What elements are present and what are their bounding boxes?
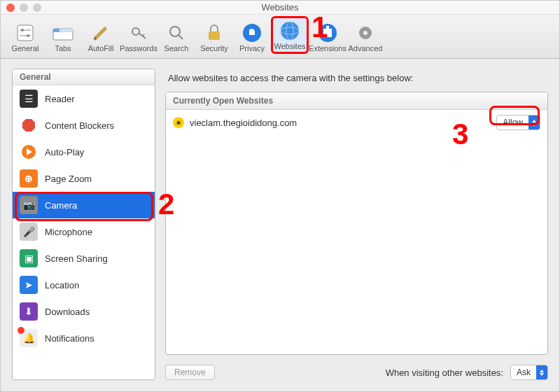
svg-rect-16 [209,31,220,40]
svg-rect-0 [18,25,33,41]
gear-icon [354,22,377,44]
bottom-bar: Remove When visiting other websites: Ask [165,365,548,380]
svg-point-11 [132,28,139,35]
puzzle-icon [316,22,339,44]
tabs-icon [52,22,74,44]
preferences-window: Websites General Tabs AutoFill [0,0,560,392]
tab-extensions[interactable]: Extensions [309,20,346,54]
favicon: ✶ [173,117,184,128]
svg-rect-7 [59,29,66,32]
tab-security-label: Security [200,44,228,52]
window-title: Websites [261,2,298,13]
sidebar-item-label: Page Zoom [45,174,92,184]
other-websites-value: Ask [511,368,536,377]
svg-rect-23 [326,26,329,29]
hand-icon [241,22,263,44]
svg-marker-26 [22,119,35,132]
sidebar-item-label: Camera [45,200,77,211]
sidebar-item-label: Microphone [45,227,92,237]
sidebar-item-screen-sharing[interactable]: ▣ Screen Sharing [13,245,155,272]
close-window-button[interactable] [6,4,15,12]
remove-button[interactable]: Remove [165,365,215,380]
tab-general[interactable]: General [6,20,44,54]
svg-line-13 [143,34,144,36]
tab-search-label: Search [164,44,189,52]
preferences-toolbar: General Tabs AutoFill Passwords [1,15,559,59]
chevron-updown-icon [536,365,547,379]
sidebar-item-label: Content Blockers [45,120,114,131]
download-icon: ⬇ [20,302,38,321]
svg-line-9 [95,29,105,38]
tab-general-label: General [11,44,38,52]
websites-list: Currently Open Websites ✶ vieclam.thegio… [165,92,548,355]
sidebar-item-auto-play[interactable]: Auto-Play [13,139,155,165]
remove-button-label: Remove [174,368,206,377]
screens-icon: ▣ [20,249,38,267]
zoom-icon: ⊕ [20,169,38,188]
badge-dot [18,327,24,334]
tab-websites[interactable]: Websites [271,16,309,54]
website-row[interactable]: ✶ vieclam.thegioididong.com Allow [166,110,547,135]
zoom-window-button[interactable] [33,4,41,12]
tab-extensions-label: Extensions [309,44,346,52]
other-websites-label: When visiting other websites: [386,368,503,378]
tab-tabs-label: Tabs [55,44,71,52]
permission-popup[interactable]: Allow [496,115,540,130]
content-area: General ☰ Reader Content Blockers Auto-P… [1,59,559,391]
traffic-lights [6,4,41,12]
sidebar-item-label: Notifications [45,333,94,344]
tab-privacy-label: Privacy [239,44,265,52]
lock-icon [203,22,225,44]
sidebar-item-notifications[interactable]: 🔔 Notifications [13,325,155,351]
tab-autofill-label: AutoFill [88,44,114,52]
sidebar-item-label: Downloads [45,307,90,317]
sidebar-item-reader[interactable]: ☰ Reader [13,85,155,112]
sidebar-item-microphone[interactable]: 🎤 Microphone [13,218,155,245]
tab-search[interactable]: Search [158,20,195,54]
tab-security[interactable]: Security [195,20,233,54]
svg-point-14 [170,27,180,36]
tab-autofill[interactable]: AutoFill [82,20,120,54]
play-icon [20,143,38,161]
permission-value: Allow [497,118,528,127]
tab-websites-label: Websites [274,42,305,50]
tab-advanced[interactable]: Advanced [346,20,384,54]
sidebar-item-label: Screen Sharing [45,253,108,264]
globe-icon [279,20,301,42]
svg-point-25 [363,31,368,35]
window-titlebar: Websites [1,1,559,15]
minimize-window-button[interactable] [20,4,28,12]
tab-passwords[interactable]: Passwords [120,20,158,54]
sidebar-item-label: Auto-Play [45,147,84,158]
tab-advanced-label: Advanced [349,44,383,52]
camera-icon: 📷 [20,196,38,214]
sidebar-item-downloads[interactable]: ⬇ Downloads [13,298,155,325]
tab-passwords-label: Passwords [120,44,158,52]
chevron-updown-icon [528,115,540,130]
svg-point-18 [281,22,299,40]
svg-rect-6 [53,29,59,32]
main-pane: Allow websites to access the camera with… [165,69,548,380]
sidebar-item-label: Location [45,280,79,290]
reader-icon: ☰ [20,90,38,108]
svg-line-15 [178,35,183,39]
tab-tabs[interactable]: Tabs [44,20,82,54]
bell-icon: 🔔 [20,329,38,347]
pencil-icon [90,22,112,44]
list-header: Currently Open Websites [166,92,547,110]
mic-icon: 🎤 [20,223,38,241]
sidebar-item-location[interactable]: ➤ Location [13,272,155,298]
pane-description: Allow websites to access the camera with… [168,73,545,83]
sidebar: General ☰ Reader Content Blockers Auto-P… [12,69,155,380]
svg-line-12 [139,33,146,38]
key-icon [127,22,150,44]
sidebar-item-page-zoom[interactable]: ⊕ Page Zoom [13,165,155,192]
svg-rect-8 [66,29,73,32]
sidebar-item-camera[interactable]: 📷 Camera [13,192,155,218]
tab-privacy[interactable]: Privacy [233,20,271,54]
sidebar-item-content-blockers[interactable]: Content Blockers [13,112,155,139]
slider-icon [14,22,36,44]
search-icon [165,22,188,44]
other-websites-popup[interactable]: Ask [510,365,548,380]
sidebar-header: General [13,69,155,85]
